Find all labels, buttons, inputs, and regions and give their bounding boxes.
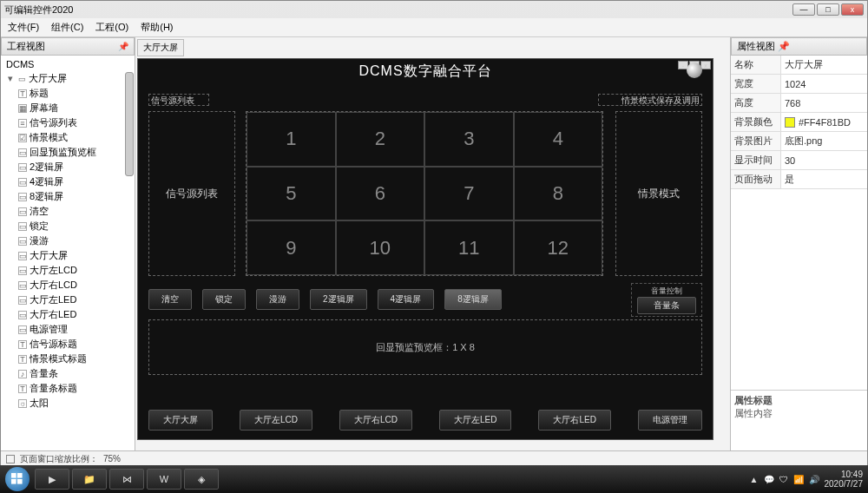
screen-select-button[interactable]: 电源管理 bbox=[638, 410, 702, 431]
tree-node[interactable]: T标题 bbox=[3, 86, 133, 101]
menu-file[interactable]: 文件(F) bbox=[8, 21, 39, 34]
grid-cell[interactable]: 3 bbox=[424, 112, 514, 167]
property-value[interactable]: 底图.png bbox=[781, 132, 867, 150]
tree-node-label: 大厅大屏 bbox=[29, 72, 67, 85]
tree-node[interactable]: ▦屏幕墙 bbox=[3, 101, 133, 115]
tree-node[interactable]: ☼太阳 bbox=[3, 396, 133, 411]
taskbar-item[interactable]: W bbox=[147, 469, 181, 490]
maximize-button[interactable]: □ bbox=[817, 3, 839, 16]
taskbar-item[interactable]: 📁 bbox=[72, 469, 107, 490]
canvas-tab[interactable]: 大厅大屏 bbox=[137, 39, 184, 56]
property-value[interactable]: 768 bbox=[781, 94, 867, 112]
grid-cell[interactable]: 5 bbox=[247, 167, 336, 221]
tray-icon[interactable]: ▲ bbox=[750, 475, 759, 484]
property-row[interactable]: 高度768 bbox=[731, 94, 867, 113]
tree-node[interactable]: ▭大厅右LED bbox=[3, 307, 133, 322]
grid-cell[interactable]: 1 bbox=[247, 112, 336, 167]
property-value[interactable]: 是 bbox=[781, 170, 867, 188]
screen-select-button[interactable]: 大厅大屏 bbox=[148, 410, 213, 431]
menubar: 文件(F) 组件(C) 工程(O) 帮助(H) bbox=[1, 18, 867, 37]
grid-cell[interactable]: 9 bbox=[247, 220, 336, 275]
property-row[interactable]: 名称大厅大屏 bbox=[731, 56, 867, 75]
property-row[interactable]: 背景颜色#FF4F81BD bbox=[731, 113, 867, 132]
pin-icon[interactable]: 📌 bbox=[778, 41, 790, 51]
tree-node[interactable]: ♪音量条 bbox=[3, 366, 133, 381]
tree-node[interactable]: ☑情景模式 bbox=[3, 130, 133, 145]
property-value[interactable]: #FF4F81BD bbox=[781, 113, 867, 131]
taskbar-item[interactable]: ▶ bbox=[35, 469, 69, 490]
start-button[interactable] bbox=[5, 467, 30, 491]
volume-bar[interactable]: 音量条 bbox=[637, 297, 696, 314]
node-type-icon: ▭ bbox=[18, 193, 27, 201]
menu-help[interactable]: 帮助(H) bbox=[141, 21, 173, 34]
screen-select-button[interactable]: 大厅左LCD bbox=[240, 410, 312, 431]
tree-node[interactable]: ▭2逻辑屏 bbox=[3, 160, 133, 174]
tree-node[interactable]: ▭电源管理 bbox=[3, 322, 133, 337]
screen-icon: ▭ bbox=[17, 75, 26, 83]
property-grid[interactable]: 名称大厅大屏宽度1024高度768背景颜色#FF4F81BD背景图片底图.png… bbox=[731, 56, 867, 189]
tree-node[interactable]: ▭8逻辑屏 bbox=[3, 189, 133, 204]
menu-project[interactable]: 工程(O) bbox=[95, 21, 128, 34]
grid-cell[interactable]: 12 bbox=[514, 220, 603, 275]
grid-cell[interactable]: 4 bbox=[514, 112, 603, 167]
tree-node[interactable]: ▭大厅右LCD bbox=[3, 278, 133, 293]
grid-cell[interactable]: 7 bbox=[424, 167, 514, 221]
design-canvas[interactable]: - □ x DCMS数字融合平台 信号源列表 情景模式保存及调用 信号源列表 情… bbox=[137, 58, 713, 440]
action-button[interactable]: 8逻辑屏 bbox=[444, 289, 502, 310]
screen-select-button[interactable]: 大厅右LCD bbox=[339, 410, 412, 431]
action-button[interactable]: 4逻辑屏 bbox=[378, 289, 435, 310]
signal-source-panel[interactable]: 信号源列表 bbox=[148, 111, 235, 276]
grid-cell[interactable]: 11 bbox=[424, 220, 514, 275]
action-button[interactable]: 漫游 bbox=[256, 289, 299, 310]
tree-node[interactable]: T音量条标题 bbox=[3, 381, 133, 396]
scrollbar-thumb[interactable] bbox=[125, 72, 134, 176]
tree-root[interactable]: DCMS bbox=[3, 57, 133, 71]
grid-cell[interactable]: 2 bbox=[336, 112, 425, 167]
taskbar-clock[interactable]: 10:49 2020/7/27 bbox=[825, 470, 864, 489]
tray-volume-icon[interactable]: 🔊 bbox=[809, 475, 819, 484]
property-row[interactable]: 显示时间30 bbox=[731, 151, 867, 170]
grid-cell[interactable]: 8 bbox=[514, 167, 603, 221]
project-tree[interactable]: DCMS ▾▭ 大厅大屏 T标题▦屏幕墙≡信号源列表☑情景模式▭回显预监预览框▭… bbox=[1, 56, 135, 450]
menu-component[interactable]: 组件(C) bbox=[51, 21, 83, 34]
scene-mode-panel[interactable]: 情景模式 bbox=[615, 111, 702, 276]
minimize-button[interactable]: — bbox=[792, 3, 815, 16]
taskbar-item[interactable]: ⋈ bbox=[109, 469, 144, 490]
tree-node[interactable]: ▭大厅左LED bbox=[3, 293, 133, 307]
tree-node[interactable]: T信号源标题 bbox=[3, 337, 133, 352]
property-value[interactable]: 大厅大屏 bbox=[781, 56, 867, 74]
tree-node[interactable]: ▭大厅大屏 bbox=[3, 248, 133, 263]
tree-node-main[interactable]: ▾▭ 大厅大屏 bbox=[3, 71, 133, 86]
tree-node[interactable]: ▭大厅左LCD bbox=[3, 263, 133, 278]
tree-node[interactable]: ▭锁定 bbox=[3, 219, 133, 233]
tree-node[interactable]: ▭清空 bbox=[3, 204, 133, 219]
tray-shield-icon[interactable]: 🛡 bbox=[779, 475, 788, 484]
property-row[interactable]: 页面拖动是 bbox=[731, 170, 867, 189]
screen-wall-grid[interactable]: 123456789101112 bbox=[246, 111, 603, 276]
tree-node-label: 4逻辑屏 bbox=[30, 175, 63, 188]
tree-node[interactable]: ▭回显预监预览框 bbox=[3, 145, 133, 160]
action-button[interactable]: 2逻辑屏 bbox=[310, 289, 367, 310]
grid-cell[interactable]: 6 bbox=[336, 167, 425, 221]
tree-node[interactable]: T情景模式标题 bbox=[3, 352, 133, 366]
pin-icon[interactable]: 📌 bbox=[118, 42, 128, 51]
property-row[interactable]: 宽度1024 bbox=[731, 75, 867, 94]
grid-cell[interactable]: 10 bbox=[336, 220, 425, 275]
property-value[interactable]: 30 bbox=[781, 151, 867, 169]
tree-node-label: 清空 bbox=[30, 205, 49, 218]
property-value[interactable]: 1024 bbox=[781, 75, 867, 93]
taskbar-item[interactable]: ◈ bbox=[184, 469, 219, 490]
tray-network-icon[interactable]: 📶 bbox=[793, 475, 804, 484]
close-button[interactable]: x bbox=[841, 3, 864, 16]
tree-node[interactable]: ▭漫游 bbox=[3, 233, 133, 248]
preview-box[interactable]: 回显预监预览框：1 X 8 bbox=[148, 319, 702, 375]
action-button[interactable]: 锁定 bbox=[202, 289, 246, 310]
tree-node[interactable]: ▭4逻辑屏 bbox=[3, 174, 133, 189]
project-tree-panel: 工程视图 📌 DCMS ▾▭ 大厅大屏 T标题▦屏幕墙≡信号源列表☑情景模式▭回… bbox=[1, 37, 135, 450]
screen-select-button[interactable]: 大厅左LED bbox=[439, 410, 511, 431]
tree-node[interactable]: ≡信号源列表 bbox=[3, 115, 133, 130]
action-button[interactable]: 清空 bbox=[148, 289, 192, 310]
tray-icon[interactable]: 💬 bbox=[764, 475, 774, 484]
property-row[interactable]: 背景图片底图.png bbox=[731, 132, 867, 151]
screen-select-button[interactable]: 大厅右LED bbox=[538, 410, 610, 431]
